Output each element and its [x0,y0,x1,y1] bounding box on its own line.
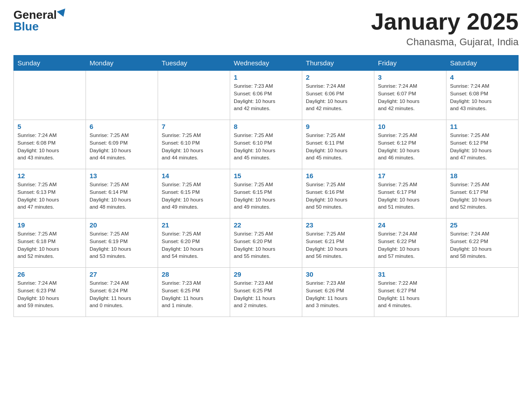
day-number: 13 [90,172,154,180]
calendar-cell: 13Sunrise: 7:25 AM Sunset: 6:14 PM Dayli… [86,169,158,218]
calendar-cell: 22Sunrise: 7:25 AM Sunset: 6:20 PM Dayli… [230,218,302,268]
day-info: Sunrise: 7:25 AM Sunset: 6:12 PM Dayligh… [378,132,442,162]
day-info: Sunrise: 7:25 AM Sunset: 6:20 PM Dayligh… [162,230,226,260]
calendar-cell: 17Sunrise: 7:25 AM Sunset: 6:17 PM Dayli… [374,169,446,218]
day-info: Sunrise: 7:24 AM Sunset: 6:24 PM Dayligh… [90,279,154,309]
day-info: Sunrise: 7:24 AM Sunset: 6:08 PM Dayligh… [17,132,82,162]
day-number: 30 [306,270,370,278]
day-number: 25 [450,221,515,229]
calendar-table: SundayMondayTuesdayWednesdayThursdayFrid… [13,55,519,317]
title-section: January 2025 Chanasma, Gujarat, India [371,9,519,48]
calendar-cell: 20Sunrise: 7:25 AM Sunset: 6:19 PM Dayli… [86,218,158,268]
calendar-row-0: 1Sunrise: 7:23 AM Sunset: 6:06 PM Daylig… [14,71,519,120]
day-info: Sunrise: 7:25 AM Sunset: 6:15 PM Dayligh… [162,181,226,211]
day-number: 23 [306,221,370,229]
day-info: Sunrise: 7:25 AM Sunset: 6:17 PM Dayligh… [378,181,442,211]
day-number: 17 [378,172,442,180]
day-info: Sunrise: 7:25 AM Sunset: 6:15 PM Dayligh… [234,181,298,211]
day-info: Sunrise: 7:25 AM Sunset: 6:19 PM Dayligh… [90,230,154,260]
day-number: 24 [378,221,442,229]
day-info: Sunrise: 7:23 AM Sunset: 6:06 PM Dayligh… [234,82,298,112]
calendar-title: January 2025 [371,9,519,34]
calendar-cell [86,71,158,120]
calendar-row-1: 5Sunrise: 7:24 AM Sunset: 6:08 PM Daylig… [14,120,519,169]
day-number: 6 [90,123,154,130]
calendar-cell: 4Sunrise: 7:24 AM Sunset: 6:08 PM Daylig… [446,71,519,120]
logo-blue-text: Blue [13,21,67,32]
day-number: 31 [378,270,442,278]
day-number: 29 [234,270,298,278]
calendar-cell: 6Sunrise: 7:25 AM Sunset: 6:09 PM Daylig… [86,120,158,169]
day-info: Sunrise: 7:24 AM Sunset: 6:22 PM Dayligh… [378,230,442,260]
day-info: Sunrise: 7:25 AM Sunset: 6:12 PM Dayligh… [450,132,515,162]
calendar-cell: 31Sunrise: 7:22 AM Sunset: 6:27 PM Dayli… [374,268,446,317]
calendar-cell: 2Sunrise: 7:24 AM Sunset: 6:06 PM Daylig… [302,71,374,120]
day-info: Sunrise: 7:23 AM Sunset: 6:25 PM Dayligh… [234,279,298,309]
day-info: Sunrise: 7:25 AM Sunset: 6:16 PM Dayligh… [306,181,370,211]
day-info: Sunrise: 7:25 AM Sunset: 6:18 PM Dayligh… [17,230,82,260]
calendar-cell: 7Sunrise: 7:25 AM Sunset: 6:10 PM Daylig… [158,120,230,169]
day-info: Sunrise: 7:24 AM Sunset: 6:23 PM Dayligh… [17,279,82,309]
calendar-cell: 11Sunrise: 7:25 AM Sunset: 6:12 PM Dayli… [446,120,519,169]
header-tuesday: Tuesday [158,56,230,71]
header-row: SundayMondayTuesdayWednesdayThursdayFrid… [14,56,519,71]
calendar-cell: 25Sunrise: 7:24 AM Sunset: 6:22 PM Dayli… [446,218,519,268]
calendar-cell: 23Sunrise: 7:25 AM Sunset: 6:21 PM Dayli… [302,218,374,268]
calendar-row-3: 19Sunrise: 7:25 AM Sunset: 6:18 PM Dayli… [14,218,519,268]
calendar-cell: 30Sunrise: 7:23 AM Sunset: 6:26 PM Dayli… [302,268,374,317]
day-number: 10 [378,123,442,130]
day-info: Sunrise: 7:25 AM Sunset: 6:17 PM Dayligh… [450,181,515,211]
day-info: Sunrise: 7:25 AM Sunset: 6:09 PM Dayligh… [90,132,154,162]
calendar-row-4: 26Sunrise: 7:24 AM Sunset: 6:23 PM Dayli… [14,268,519,317]
day-number: 7 [162,123,226,130]
calendar-cell: 27Sunrise: 7:24 AM Sunset: 6:24 PM Dayli… [86,268,158,317]
logo-triangle-icon [57,9,68,18]
day-info: Sunrise: 7:25 AM Sunset: 6:10 PM Dayligh… [234,132,298,162]
day-number: 9 [306,123,370,130]
header-friday: Friday [374,56,446,71]
header-saturday: Saturday [446,56,519,71]
calendar-cell: 15Sunrise: 7:25 AM Sunset: 6:15 PM Dayli… [230,169,302,218]
calendar-cell: 10Sunrise: 7:25 AM Sunset: 6:12 PM Dayli… [374,120,446,169]
calendar-cell: 5Sunrise: 7:24 AM Sunset: 6:08 PM Daylig… [14,120,86,169]
day-number: 26 [17,270,82,278]
calendar-cell: 26Sunrise: 7:24 AM Sunset: 6:23 PM Dayli… [14,268,86,317]
day-number: 5 [17,123,82,130]
day-info: Sunrise: 7:24 AM Sunset: 6:08 PM Dayligh… [450,82,515,112]
calendar-cell: 29Sunrise: 7:23 AM Sunset: 6:25 PM Dayli… [230,268,302,317]
day-info: Sunrise: 7:24 AM Sunset: 6:06 PM Dayligh… [306,82,370,112]
day-info: Sunrise: 7:24 AM Sunset: 6:07 PM Dayligh… [378,82,442,112]
calendar-cell: 28Sunrise: 7:23 AM Sunset: 6:25 PM Dayli… [158,268,230,317]
day-info: Sunrise: 7:25 AM Sunset: 6:21 PM Dayligh… [306,230,370,260]
calendar-cell: 12Sunrise: 7:25 AM Sunset: 6:13 PM Dayli… [14,169,86,218]
calendar-row-2: 12Sunrise: 7:25 AM Sunset: 6:13 PM Dayli… [14,169,519,218]
day-number: 12 [17,172,82,180]
day-number: 3 [378,73,442,81]
day-info: Sunrise: 7:25 AM Sunset: 6:11 PM Dayligh… [306,132,370,162]
day-number: 19 [17,221,82,229]
calendar-cell: 14Sunrise: 7:25 AM Sunset: 6:15 PM Dayli… [158,169,230,218]
header-sunday: Sunday [14,56,86,71]
day-number: 27 [90,270,154,278]
calendar-cell: 1Sunrise: 7:23 AM Sunset: 6:06 PM Daylig… [230,71,302,120]
day-info: Sunrise: 7:24 AM Sunset: 6:22 PM Dayligh… [450,230,515,260]
calendar-cell: 19Sunrise: 7:25 AM Sunset: 6:18 PM Dayli… [14,218,86,268]
logo: General Blue [13,9,67,32]
calendar-cell: 24Sunrise: 7:24 AM Sunset: 6:22 PM Dayli… [374,218,446,268]
header-monday: Monday [86,56,158,71]
calendar-cell [446,268,519,317]
calendar-cell [14,71,86,120]
day-number: 21 [162,221,226,229]
day-info: Sunrise: 7:23 AM Sunset: 6:26 PM Dayligh… [306,279,370,309]
logo-general-text: General [13,9,57,21]
calendar-cell [158,71,230,120]
day-info: Sunrise: 7:22 AM Sunset: 6:27 PM Dayligh… [378,279,442,309]
calendar-cell: 8Sunrise: 7:25 AM Sunset: 6:10 PM Daylig… [230,120,302,169]
day-number: 8 [234,123,298,130]
day-info: Sunrise: 7:25 AM Sunset: 6:10 PM Dayligh… [162,132,226,162]
day-number: 11 [450,123,515,130]
header-wednesday: Wednesday [230,56,302,71]
day-number: 28 [162,270,226,278]
day-number: 20 [90,221,154,229]
page-header: General Blue January 2025 Chanasma, Guja… [13,9,519,48]
